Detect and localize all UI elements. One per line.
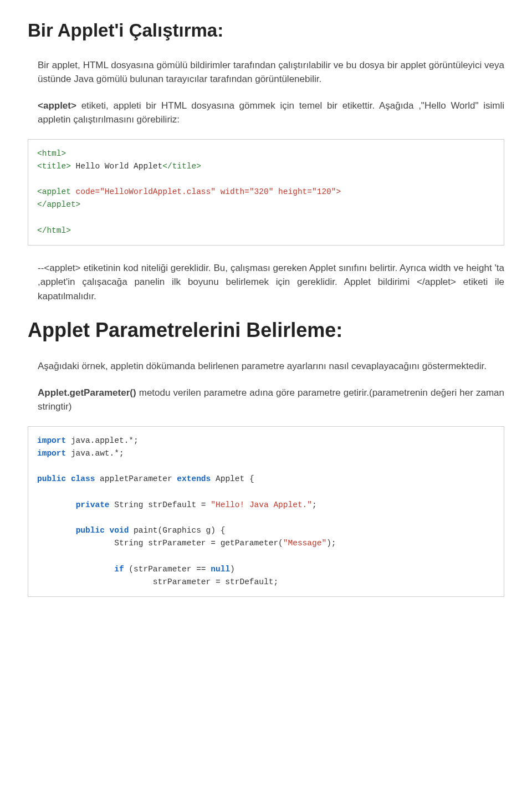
code-text: String strDefault = [110,500,211,509]
code-line: </title> [162,162,201,171]
para-run-applet-2: <applet> etiketi, appleti bir HTML dosya… [28,99,504,127]
kw-public-void: public void [76,526,129,535]
para-params-1: Aşağıdaki örnek, appletin dökümanda beli… [28,359,504,374]
code-text: ); [326,539,336,548]
para2-text: etiketi, appleti bir HTML dosyasına gömm… [38,100,504,125]
kw-null: null [211,565,230,574]
code-text: (strParameter == [124,565,211,574]
para-params-2: Applet.getParameter() metodu verilen par… [28,386,504,414]
applet-tag-literal: <applet> [38,100,76,111]
code-text: Hello World Applet [71,162,162,171]
code-line: <applet [37,187,71,196]
kw-private: private [76,500,110,509]
kw-extends: extends [177,474,211,483]
string-literal: "Hello! Java Applet." [211,500,312,509]
method-name: Applet.getParameter() [38,387,136,398]
code-block-html-applet: <html> <title> Hello World Applet</title… [28,139,504,246]
kw-if: if [114,565,124,574]
code-line: </applet> [37,200,80,209]
code-text: java.awt.*; [66,449,124,458]
string-literal: "Message" [283,539,326,548]
code-attr: width="320" [216,187,273,196]
code-text: ; [312,500,317,509]
code-attr: height="120"> [273,187,341,196]
code-text: strParameter = strDefault; [153,578,278,586]
code-text: Applet { [211,474,254,483]
para-run-applet-3: --<applet> etiketinin kod niteliği gerek… [28,261,504,304]
code-text: paint(Graphics g) { [129,526,225,535]
heading-applet-params: Applet Parametrelerini Belirleme: [28,315,504,345]
heading-run-applet: Bir Applet'i Çalıştırma: [28,17,504,44]
kw-import: import [37,436,66,445]
kw-import: import [37,449,66,458]
code-line: <html> [37,149,66,158]
code-text: appletParameter [95,474,177,483]
code-text: ) [230,565,235,574]
code-block-java-applet-param: import java.applet.*; import java.awt.*;… [28,426,504,597]
code-text: String strParameter = getParameter( [114,539,283,548]
para-run-applet-1: Bir applet, HTML dosyasına gömülü bildir… [28,58,504,86]
code-line: <title> [37,162,71,171]
code-text: java.applet.*; [66,436,139,445]
code-attr: code="HelloWorldApplet.class" [71,187,216,196]
code-line: </html> [37,226,71,235]
kw-public-class: public class [37,474,95,483]
